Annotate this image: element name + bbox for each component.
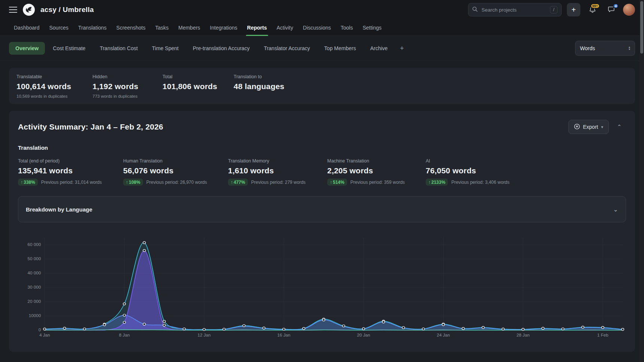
create-project-button[interactable]: +	[567, 3, 580, 16]
data-point[interactable]	[83, 328, 86, 330]
report-tab-overview[interactable]: Overview	[9, 42, 45, 55]
data-point[interactable]	[482, 326, 484, 329]
data-point[interactable]	[143, 323, 146, 325]
unit-select[interactable]: Words ▴▾	[575, 41, 635, 56]
project-breadcrumb[interactable]: acsy / Umbrella	[40, 6, 94, 14]
notifications-button[interactable]: 99+	[586, 3, 599, 16]
data-point[interactable]	[143, 241, 146, 244]
metric-delta-badge: ↑2133%	[426, 179, 448, 186]
x-axis-tick: 8 Jan	[119, 333, 130, 337]
data-point[interactable]	[602, 326, 604, 329]
data-point[interactable]	[63, 327, 66, 329]
primary-nav: DashboardSourcesTranslationsScreenshotsT…	[0, 19, 644, 36]
tab-settings[interactable]: Settings	[358, 19, 386, 36]
tab-tools[interactable]: Tools	[336, 19, 358, 36]
activity-chart: 01000020 00030 00040 00050 00060 0004 Ja…	[18, 232, 626, 344]
data-point[interactable]	[462, 327, 465, 329]
stat-translatable: Translatable100,614 words10,569 words in…	[16, 74, 92, 98]
tab-members[interactable]: Members	[173, 19, 205, 36]
data-point[interactable]	[362, 328, 365, 330]
y-axis-tick: 10000	[29, 314, 41, 318]
data-point[interactable]	[542, 327, 544, 329]
hamburger-menu-icon[interactable]	[9, 7, 17, 13]
data-point[interactable]	[303, 327, 305, 329]
translation-section-title: Translation	[18, 145, 626, 151]
tab-translations[interactable]: Translations	[73, 19, 112, 36]
report-tab-cost-estimate[interactable]: Cost Estimate	[46, 42, 92, 55]
messages-button[interactable]: 4	[604, 3, 618, 16]
data-point[interactable]	[502, 328, 504, 330]
report-tab-top-members[interactable]: Top Members	[318, 42, 362, 55]
user-avatar[interactable]	[623, 4, 635, 16]
activity-chart-svg[interactable]: 01000020 00030 00040 00050 00060 0004 Ja…	[18, 232, 626, 344]
data-point[interactable]	[382, 321, 385, 323]
data-point[interactable]	[103, 324, 106, 326]
data-point[interactable]	[203, 328, 206, 331]
add-report-button[interactable]: +	[395, 42, 408, 55]
data-point[interactable]	[342, 325, 345, 327]
data-point[interactable]	[123, 303, 126, 305]
data-point[interactable]	[283, 328, 285, 330]
data-point[interactable]	[223, 328, 225, 330]
tab-dashboard[interactable]: Dashboard	[9, 19, 45, 36]
metric-value: 1,610 words	[228, 166, 327, 175]
tab-screenshots[interactable]: Screenshots	[112, 19, 151, 36]
x-axis-tick: 1 Feb	[597, 333, 608, 337]
breakdown-by-language-toggle[interactable]: Breakdown by Language ⌄	[18, 196, 626, 222]
chevron-down-icon: ⌄	[613, 206, 618, 213]
notifications-badge: 99+	[590, 3, 600, 9]
stat-label: Translation to	[234, 74, 331, 79]
metric-ai: AI76,050 words↑2133%Previous period: 3,4…	[426, 158, 553, 186]
collapse-card-button[interactable]: ⌃	[613, 120, 626, 134]
report-tab-time-spent[interactable]: Time Spent	[146, 42, 185, 55]
data-point[interactable]	[322, 319, 325, 321]
data-point[interactable]	[581, 326, 584, 328]
data-point[interactable]	[402, 326, 405, 329]
data-point[interactable]	[183, 328, 186, 330]
stat-value: 101,806 words	[162, 82, 234, 91]
unit-select-value: Words	[580, 45, 595, 51]
scrollbar-thumb[interactable]	[640, 1, 643, 54]
data-point[interactable]	[562, 328, 564, 330]
tab-tasks[interactable]: Tasks	[150, 19, 173, 36]
metric-delta-badge: ↑514%	[327, 179, 347, 186]
tab-sources[interactable]: Sources	[45, 19, 73, 36]
data-point[interactable]	[622, 328, 624, 331]
data-point[interactable]	[422, 328, 425, 330]
stat-translation-to: Translation to48 languages	[234, 74, 331, 98]
metric-value: 135,941 words	[18, 166, 123, 175]
page-scrollbar[interactable]	[640, 0, 644, 362]
data-point[interactable]	[262, 327, 265, 329]
tab-integrations[interactable]: Integrations	[205, 19, 242, 36]
tab-discussions[interactable]: Discussions	[298, 19, 336, 36]
search-input[interactable]	[481, 7, 547, 13]
data-point[interactable]	[163, 324, 165, 326]
tab-activity[interactable]: Activity	[272, 19, 298, 36]
trend-up-icon: ↑	[428, 180, 431, 185]
data-point[interactable]	[163, 320, 165, 322]
trend-up-icon: ↑	[231, 180, 233, 185]
tab-reports[interactable]: Reports	[242, 19, 272, 36]
data-point[interactable]	[522, 328, 525, 331]
report-tab-pre-translation-accuracy[interactable]: Pre-translation Accuracy	[186, 42, 256, 55]
data-point[interactable]	[243, 325, 245, 327]
export-button[interactable]: Export ▾	[568, 120, 609, 134]
data-point[interactable]	[442, 323, 445, 326]
metric-previous: Previous period: 26,970 words	[146, 180, 207, 185]
data-point[interactable]	[123, 321, 126, 323]
crowdin-logo-icon[interactable]	[22, 3, 35, 16]
data-point[interactable]	[143, 249, 146, 252]
report-tab-translation-cost[interactable]: Translation Cost	[93, 42, 144, 55]
stat-value: 100,614 words	[16, 82, 92, 91]
metric-delta-row: ↑108%Previous period: 26,970 words	[123, 179, 228, 186]
trend-up-icon: ↑	[21, 180, 23, 185]
data-point[interactable]	[123, 314, 126, 316]
search-icon	[472, 6, 478, 13]
x-axis-tick: 4 Jan	[39, 333, 50, 337]
metric-delta-row: ↑514%Previous period: 359 words	[327, 179, 426, 186]
search-box[interactable]: /	[468, 3, 562, 16]
report-tab-translator-accuracy[interactable]: Translator Accuracy	[258, 42, 316, 55]
report-tab-archive[interactable]: Archive	[364, 42, 394, 55]
metric-delta-row: ↑477%Previous period: 279 words	[228, 179, 327, 186]
data-point[interactable]	[43, 328, 46, 330]
